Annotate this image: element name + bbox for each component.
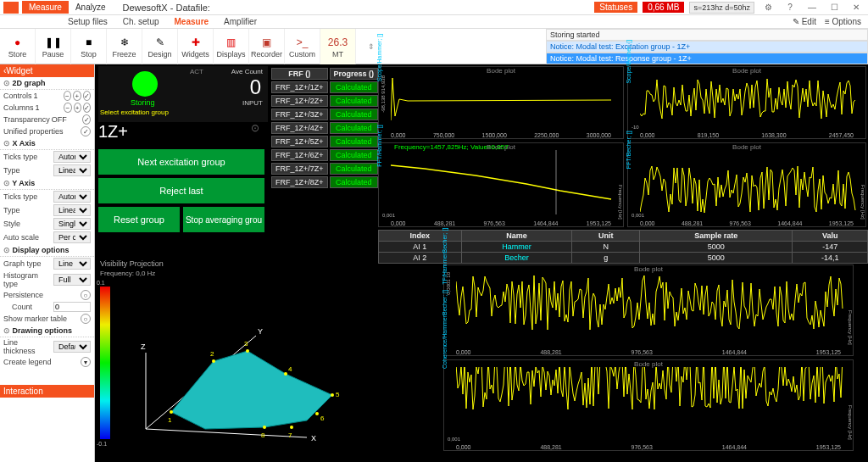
svg-point-16 (331, 393, 334, 397)
yticks-select[interactable]: Automatic (53, 191, 91, 203)
xticks-select[interactable]: Automatic (53, 151, 91, 163)
frf-row[interactable]: FRF_1Z+/7Z+Calculated (271, 163, 378, 175)
menu-setup-files[interactable]: Setup files (68, 17, 108, 26)
maximize-button[interactable]: ☐ (826, 3, 843, 12)
check-icon[interactable]: ✓ (81, 126, 91, 136)
check-icon[interactable]: ✓ (83, 91, 92, 101)
store-panel: Storing Select excitation group Ave Coun… (98, 66, 268, 122)
frf-row[interactable]: FRF_1Z+/8Z+Calculated (271, 176, 378, 188)
xticks-label: Ticks type (3, 153, 52, 161)
tab-analyze[interactable]: Analyze (69, 1, 113, 14)
style-select[interactable]: Single (53, 218, 91, 230)
displays-button[interactable]: ▥Displays (214, 29, 249, 64)
autoscale-select[interactable]: Per channel (53, 231, 91, 243)
next-excitation-button[interactable]: Next excitation group (98, 149, 264, 175)
memory-badge: 0,66 MB (643, 2, 684, 13)
mt-button[interactable]: 26.3MT (320, 29, 356, 64)
style-label: Style (3, 220, 52, 228)
statuses-badge[interactable]: Statuses (594, 2, 637, 13)
section-xaxis[interactable]: X Axis (0, 137, 94, 150)
check-icon[interactable]: ✓ (83, 103, 91, 113)
excitation-input[interactable]: 1Z+ ⊙ (98, 122, 259, 142)
table-row: AI 2Becherg5000-14,1 (379, 253, 868, 264)
frf-row[interactable]: FRF_1Z+/1Z+Calculated (271, 81, 378, 93)
xtype-select[interactable]: Linear (53, 164, 91, 176)
properties-sidebar: ‹ Widget 2D graph Controls1−+✓ Columns1−… (0, 64, 95, 462)
count-input[interactable] (53, 302, 91, 312)
notice-row[interactable]: Notice: Modal test: Response group - 1Z+ (546, 53, 868, 64)
recorder-button[interactable]: ▣Recorder (249, 29, 285, 64)
select-excitation-label: Select excitation group (100, 109, 169, 116)
reset-group-button[interactable]: Reset group (98, 207, 180, 232)
design-button[interactable]: ✎Design (142, 29, 178, 64)
frf-row[interactable]: FRF_1Z+/2Z+Calculated (271, 95, 378, 107)
section-interaction[interactable]: Interaction (0, 385, 94, 398)
histtype-select[interactable]: Full (53, 274, 91, 286)
plus-icon[interactable]: + (74, 103, 81, 113)
svg-text:Z: Z (141, 342, 146, 351)
chevron-down-icon[interactable]: ▾ (81, 357, 91, 367)
svg-point-8 (170, 410, 173, 414)
custom-button[interactable]: >_Custom (285, 29, 320, 64)
bode-plot-tf[interactable]: Bode plot TF/HammerBecher; [] 0,0001 10 … (443, 264, 854, 356)
bode-plot-coherence[interactable]: Bode plot Coherence/HammerBecher; [] 0,0… (443, 359, 854, 451)
widget-header[interactable]: ‹ Widget (0, 64, 94, 77)
svg-text:8: 8 (261, 431, 265, 439)
menu-measure[interactable]: Measure (175, 17, 209, 26)
linethick-select[interactable]: Default (53, 341, 91, 353)
widgets-button[interactable]: ✚Widgets (178, 29, 214, 64)
radio-icon[interactable]: ○ (81, 290, 91, 300)
svg-text:X: X (311, 434, 316, 443)
svg-text:1: 1 (168, 416, 172, 424)
svg-text:4: 4 (288, 365, 292, 373)
minimize-button[interactable]: — (804, 3, 821, 12)
autoscale-label: Auto scale (3, 233, 52, 242)
minus-icon[interactable]: − (64, 103, 71, 113)
stop-averaging-button[interactable]: Stop averaging grou (183, 207, 264, 232)
close-button[interactable]: ✕ (848, 3, 865, 12)
frf-row[interactable]: FRF_1Z+/3Z+Calculated (271, 109, 378, 120)
measure-canvas: Storing Select excitation group Ave Coun… (95, 64, 868, 462)
yscroll-icon[interactable]: ⇕ (368, 42, 375, 51)
unified-label: Unified properties (3, 127, 79, 136)
store-button[interactable]: ●Store (0, 29, 36, 64)
bode-plot-fft-hammer[interactable]: Bode plot Frequency=1457,825Hz; Value=0,… (378, 142, 624, 227)
minus-icon[interactable]: − (64, 91, 72, 101)
svg-text:2: 2 (210, 350, 214, 358)
svg-point-22 (263, 426, 266, 429)
section-yaxis[interactable]: Y Axis (0, 177, 94, 190)
bode-plot-scope-becher[interactable]: Bode plot Scope/Becher; [] -10 0,000819,… (627, 66, 866, 139)
tab-measure[interactable]: Measure (22, 1, 69, 14)
menu-amplifier[interactable]: Amplifier (224, 17, 257, 26)
channel-table[interactable]: IndexNameUnitSample rateValu AI 1HammerN… (378, 230, 868, 264)
proj-tabs[interactable]: Visibility Projection (100, 259, 363, 268)
app-logo (3, 2, 19, 14)
xtype-label: Type (3, 166, 52, 175)
section-drawing[interactable]: Drawing options (0, 325, 94, 337)
geometry-plot[interactable]: X Y Z 1 2 3 4 5 6 7 8 (120, 302, 358, 454)
bode-plot-fft-becher[interactable]: Bode plot FFT/Becher; [] 0,001 Frequency… (627, 142, 866, 227)
freeze-button[interactable]: ❄Freeze (107, 29, 142, 64)
ytype-select[interactable]: Linear (53, 204, 91, 216)
edit-link[interactable]: ✎ Edit (793, 17, 816, 26)
frf-row[interactable]: FRF_1Z+/4Z+Calculated (271, 122, 378, 134)
section-display[interactable]: Display options (0, 244, 94, 257)
table-row: AI 1HammerN5000-147 (379, 242, 868, 253)
frf-row[interactable]: FRF_1Z+/5Z+Calculated (271, 136, 378, 148)
section-2dgraph[interactable]: 2D graph (0, 77, 94, 90)
pause-button[interactable]: ❚❚Pause (36, 29, 71, 64)
check-icon[interactable]: ✓ (82, 114, 91, 125)
gear-icon[interactable]: ⚙ (760, 3, 776, 12)
plus-icon[interactable]: + (73, 91, 81, 101)
help-icon[interactable]: ? (782, 3, 798, 12)
options-link[interactable]: ≡ Options (825, 17, 861, 26)
bode-plot-scope-hammer[interactable]: Bode plot Scope/Hammer; [] -98,138 914,9… (378, 66, 624, 139)
stop-button[interactable]: ■Stop (71, 29, 107, 64)
freq-dropdown[interactable]: s=213hz d=50hz (689, 2, 754, 14)
menu-ch-setup[interactable]: Ch. setup (123, 17, 159, 26)
reject-last-button[interactable]: Reject last (98, 178, 264, 203)
graphtype-select[interactable]: Line (53, 258, 91, 270)
radio-icon[interactable]: ○ (81, 314, 91, 324)
frf-row[interactable]: FRF_1Z+/6Z+Calculated (271, 149, 378, 161)
toolbar: ●Store❚❚Pause■Stop❄Freeze✎Design✚Widgets… (0, 29, 868, 64)
